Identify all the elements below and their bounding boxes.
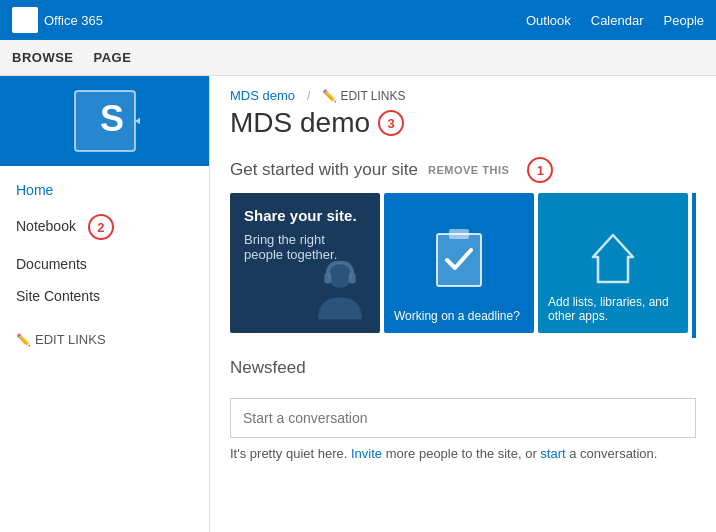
page-edit-links[interactable]: ✏️ EDIT LINKS [322, 89, 405, 103]
office-logo-text: Office 365 [44, 13, 103, 28]
svg-rect-6 [324, 273, 331, 284]
sidebar-logo: S [0, 76, 209, 166]
invite-link[interactable]: Invite [351, 446, 382, 461]
page-title: MDS demo 3 [230, 107, 696, 139]
card-deadline-label: Working on a deadline? [394, 309, 524, 323]
newsfeed-section: Newsfeed It's pretty quiet here. Invite … [210, 348, 716, 471]
pencil-small-icon: ✏️ [322, 89, 337, 103]
card-apps-label: Add lists, libraries, and other apps. [548, 295, 678, 323]
svg-marker-10 [593, 235, 633, 282]
toolbar-page[interactable]: PAGE [94, 50, 132, 65]
get-started-title: Get started with your site [230, 160, 418, 180]
svg-rect-9 [449, 229, 469, 239]
page-site-name[interactable]: MDS demo [230, 88, 295, 103]
svg-rect-8 [437, 234, 481, 286]
person-headphone-icon [305, 258, 375, 328]
annotation-3: 3 [378, 110, 404, 136]
page-header-top: MDS demo / ✏️ EDIT LINKS [230, 88, 696, 103]
sidebar-item-home[interactable]: Home [0, 174, 209, 206]
content-area: MDS demo / ✏️ EDIT LINKS MDS demo 3 Get … [210, 76, 716, 532]
card-partial [692, 193, 696, 338]
card-deadline[interactable]: Working on a deadline? [384, 193, 534, 333]
card-apps[interactable]: Add lists, libraries, and other apps. [538, 193, 688, 333]
pencil-icon: ✏️ [16, 333, 31, 347]
svg-rect-7 [349, 273, 356, 284]
remove-this-button[interactable]: REMOVE THIS [428, 164, 509, 176]
get-started-header: Get started with your site REMOVE THIS 1 [230, 157, 696, 183]
newsfeed-hint: It's pretty quiet here. Invite more peop… [230, 446, 696, 461]
start-link[interactable]: start [540, 446, 565, 461]
page-header: MDS demo / ✏️ EDIT LINKS MDS demo 3 [210, 76, 716, 147]
sidebar: S Home Notebook 2 Documents Site Content… [0, 76, 210, 532]
card-share[interactable]: Share your site. Bring the right people … [230, 193, 380, 333]
sidebar-item-site-contents[interactable]: Site Contents [0, 280, 209, 312]
main-layout: S Home Notebook 2 Documents Site Content… [0, 76, 716, 532]
annotation-1: 1 [527, 157, 553, 183]
house-icon [583, 227, 643, 295]
separator: / [307, 89, 310, 103]
sidebar-item-notebook[interactable]: Notebook 2 [0, 206, 209, 248]
office-logo-icon: O [12, 7, 38, 33]
clipboard-icon [429, 203, 489, 309]
get-started-section: Get started with your site REMOVE THIS 1… [210, 147, 716, 348]
toolbar-browse[interactable]: BROWSE [12, 50, 74, 65]
sidebar-item-documents[interactable]: Documents [0, 248, 209, 280]
nav-people[interactable]: People [664, 13, 704, 28]
office-logo[interactable]: O Office 365 [12, 7, 103, 33]
conversation-input[interactable] [230, 398, 696, 438]
toolbar: BROWSE PAGE [0, 40, 716, 76]
card-share-title: Share your site. [244, 207, 366, 224]
svg-text:S: S [100, 98, 124, 139]
top-nav-right: Outlook Calendar People [526, 13, 704, 28]
nav-calendar[interactable]: Calendar [591, 13, 644, 28]
sidebar-edit-links[interactable]: ✏️ EDIT LINKS [0, 324, 209, 355]
nav-outlook[interactable]: Outlook [526, 13, 571, 28]
top-nav-left: O Office 365 [12, 7, 103, 33]
top-nav: O Office 365 Outlook Calendar People [0, 0, 716, 40]
svg-text:O: O [20, 13, 30, 28]
sidebar-nav: Home Notebook 2 Documents Site Contents [0, 166, 209, 320]
newsfeed-title: Newsfeed [230, 358, 306, 378]
cards-container: Share your site. Bring the right people … [230, 193, 696, 338]
annotation-2: 2 [88, 214, 114, 240]
